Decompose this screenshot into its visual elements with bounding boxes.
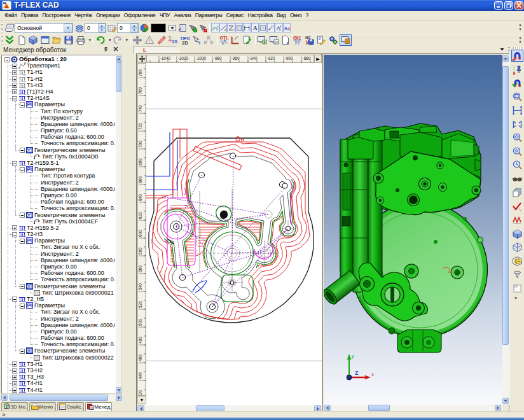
spline-tool-icon[interactable]: [211, 23, 219, 32]
convert-page-icon[interactable]: [242, 35, 252, 46]
tree-item-label[interactable]: Тип: Зигзаг по X с обх.: [41, 309, 100, 315]
maximize-button[interactable]: [504, 1, 513, 10]
new-document-icon[interactable]: [17, 35, 27, 46]
3d-scroll-down-icon[interactable]: [502, 398, 509, 404]
isometry-cube-icon[interactable]: [511, 255, 523, 267]
3d-view-canvas[interactable]: y x Z: [324, 55, 502, 405]
tree-row[interactable]: 20T2-H14S: [2, 95, 115, 101]
tree-item-label[interactable]: Припуск: 0.00: [41, 263, 77, 270]
tree-row[interactable]: 20T3_H3: [2, 374, 115, 380]
snap-pin-icon[interactable]: [511, 64, 523, 76]
hruler-arrow-icon[interactable]: ▶: [314, 55, 322, 63]
nc-save-icon[interactable]: NC: [305, 35, 315, 46]
tree-expand-minus-icon[interactable]: [20, 148, 25, 153]
tree-scroll-left-icon[interactable]: [1, 395, 8, 401]
pan-icon[interactable]: [511, 146, 523, 158]
tree-item-label[interactable]: T1-H3: [27, 82, 43, 88]
monitor-nc-icon[interactable]: 20: [269, 35, 279, 46]
check-model-icon[interactable]: [511, 200, 523, 213]
tree-row[interactable]: Припуск: 0.00: [2, 263, 115, 270]
print-icon[interactable]: [76, 35, 86, 46]
mass-cone-icon[interactable]: [511, 269, 523, 281]
tree-expand-plus-icon[interactable]: [12, 381, 17, 386]
tree-row[interactable]: 20T1-H1: [2, 69, 115, 75]
3d-scroll-right-icon[interactable]: [495, 405, 501, 411]
ruler-origin-icon[interactable]: [137, 55, 146, 63]
tree-row[interactable]: Тип: Зигзаг по X с обх.: [2, 309, 115, 315]
tree-expand-plus-icon[interactable]: [12, 70, 17, 75]
layers-icon[interactable]: [74, 22, 85, 33]
vruler-arrow-icon[interactable]: ▼: [137, 396, 146, 403]
tree-row[interactable]: Припуск: 0.00: [2, 328, 115, 335]
leader-tool-icon[interactable]: [267, 23, 275, 32]
tree-row[interactable]: GГеометрические элементы: [2, 347, 115, 354]
combo-arrow-icon[interactable]: ▼: [64, 24, 72, 32]
tree-row[interactable]: Рабочая подача: 600.00: [2, 270, 115, 276]
color-swatch[interactable]: [151, 24, 166, 32]
tree-expand-plus-icon[interactable]: [12, 375, 17, 380]
tree-row[interactable]: Инструмент: 2: [2, 115, 115, 121]
menu-item-4[interactable]: Операции: [94, 11, 122, 20]
link-cursor-icon[interactable]: [191, 35, 202, 46]
menu-item-5[interactable]: Оформление: [122, 11, 158, 20]
view-glasses-icon[interactable]: [511, 173, 523, 185]
dropdown-arrow-icon[interactable]: ▾: [124, 35, 129, 46]
tree-item-label[interactable]: Геометрические элементы: [34, 347, 105, 354]
tree-item-label[interactable]: Траектория1: [27, 62, 60, 69]
tree-item-label[interactable]: T2_H5: [27, 296, 44, 302]
menu-item-10[interactable]: Настройка: [245, 11, 275, 20]
tree-row[interactable]: Тип: По контуру: [2, 108, 115, 115]
menu-item-12[interactable]: Окно: [288, 11, 304, 20]
tree-item-label[interactable]: Тип: Штриховка 0x9000021: [42, 290, 114, 296]
tree-expand-plus-icon[interactable]: [12, 89, 17, 94]
panel-close-icon[interactable]: [112, 46, 120, 53]
tree-item-label[interactable]: Вращение шпинделя: 4000.00об/мин: [41, 186, 115, 192]
move-icon[interactable]: [132, 35, 142, 46]
tree-item-label[interactable]: T2-H159.5-1: [27, 160, 59, 166]
tree-row[interactable]: 20T2_H5: [2, 296, 115, 302]
tree-item-label[interactable]: Инструмент: 2: [41, 115, 79, 121]
tree-row[interactable]: 20(T1)T2-H4: [2, 88, 115, 95]
tree-row[interactable]: Тип: Зигзаг по X с обх.: [2, 244, 115, 250]
level-spinner[interactable]: 0▲▼: [117, 23, 139, 33]
menu-item-7[interactable]: Анализ: [172, 11, 193, 20]
fit-page-icon[interactable]: [511, 104, 523, 116]
menu-item-8[interactable]: Параметры: [193, 11, 224, 20]
menu-item-1[interactable]: Правка: [19, 11, 40, 20]
tree-row[interactable]: Рабочая подача: 600.00: [2, 335, 115, 341]
zoom-previous-icon[interactable]: [511, 159, 523, 171]
tree-row[interactable]: Вращение шпинделя: 4000.00об/мин: [2, 257, 115, 263]
tree-item-label[interactable]: Инструмент: 2: [41, 251, 79, 257]
curve-tool-icon[interactable]: [227, 23, 235, 32]
tree-row[interactable]: Припуск: 0.00: [2, 192, 115, 199]
tree-item-label[interactable]: Вращение шпинделя: 4000.00об/мин: [41, 121, 115, 127]
page-type-combo[interactable]: Основной▼: [15, 23, 73, 33]
corner-ruler-icon[interactable]: [230, 35, 240, 46]
tree-item-label[interactable]: Припуск: 0.00: [41, 328, 77, 335]
3d-hscrollbar-thumb[interactable]: [368, 405, 390, 411]
snap-confirm-icon[interactable]: [511, 77, 523, 89]
tree-row[interactable]: Траектория1: [2, 62, 115, 69]
tree-row[interactable]: Точность аппроксимации: 0.10: [2, 140, 115, 146]
tree-expand-minus-icon[interactable]: [20, 284, 25, 289]
tree-row[interactable]: 20T2-H159.5-1: [2, 160, 115, 166]
tree-row[interactable]: 20T3-H2: [2, 367, 115, 374]
scale-1-20-icon[interactable]: 1:20: [168, 35, 178, 46]
dropdown-arrow-icon[interactable]: ▾: [87, 35, 92, 46]
tree-row[interactable]: Инструмент: 2: [2, 251, 115, 257]
hatch-tool-icon[interactable]: [235, 23, 244, 32]
line-tool-icon[interactable]: [219, 23, 228, 32]
tree-row[interactable]: Точность аппроксимации: 0.10: [2, 341, 115, 347]
tree-item-label[interactable]: Тип: Путь 0x10004EF: [42, 218, 98, 225]
tree-row[interactable]: Инструмент: 2: [2, 316, 115, 322]
tree-expand-minus-icon[interactable]: [12, 232, 17, 237]
tree-row[interactable]: Точность аппроксимации: 0.10: [2, 205, 115, 211]
tree-item-label[interactable]: Тип: По контуру: [41, 108, 83, 115]
tree-row[interactable]: Вращение шпинделя: 4000.00об/мин: [2, 322, 115, 328]
3d-scroll-left-icon[interactable]: [324, 405, 331, 411]
layer-spinner[interactable]: 0▲▼: [85, 23, 106, 33]
tree-item-label[interactable]: Геометрические элементы: [34, 283, 105, 290]
tree-row[interactable]: Припуск: 0.50: [2, 127, 115, 134]
tree-hscrollbar-thumb[interactable]: [10, 395, 108, 401]
tree-row[interactable]: 20T2-H159.5-2: [2, 225, 115, 231]
